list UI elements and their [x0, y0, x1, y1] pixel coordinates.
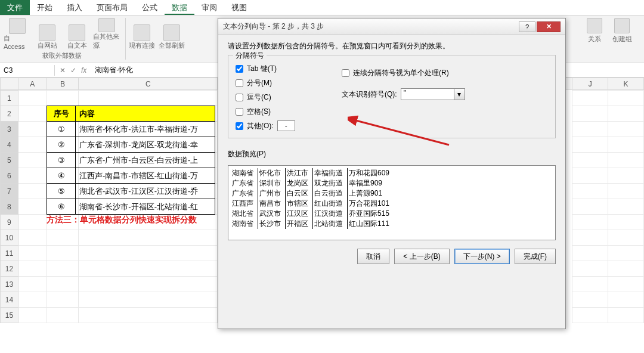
col-B[interactable]: B — [47, 78, 79, 90]
row-header[interactable]: 12 — [1, 261, 18, 277]
tab-data[interactable]: 数据 — [165, 0, 194, 15]
delimiter-legend: 分隔符号 — [233, 51, 267, 61]
btn-from-web[interactable]: 自网站 — [33, 18, 61, 50]
table-row-seq[interactable]: ③ — [47, 153, 76, 168]
row-header[interactable]: 5 — [1, 153, 18, 168]
table-row-content[interactable]: 广东省-深圳市-龙岗区-双龙街道-幸 — [76, 137, 215, 153]
formula-buttons: ✕ ✓ fx — [55, 66, 91, 75]
dialog-title: 文本分列向导 - 第 2 步，共 3 步 — [223, 21, 324, 32]
group-icon — [614, 18, 630, 33]
checkbox-other[interactable] — [236, 122, 243, 130]
accept-formula-icon[interactable]: ✓ — [70, 66, 76, 75]
finish-button[interactable]: 完成(F) — [515, 249, 556, 264]
tab-insert[interactable]: 插入 — [60, 0, 89, 15]
access-icon — [9, 18, 26, 34]
ribbon-group-outline: 关系 创建组 — [578, 16, 644, 63]
delimiter-fieldset: 分隔符号 Tab 键(T) 分号(M) 逗号(C) 空格(S) 其他(O): -… — [228, 55, 556, 138]
col-J[interactable]: J — [572, 78, 608, 90]
data-table: 序号内容 ①湖南省-怀化市-洪江市-幸福街道-万②广东省-深圳市-龙岗区-双龙街… — [47, 106, 215, 215]
dialog-instruction: 请设置分列数据所包含的分隔符号。在预览窗口内可看到分列的效果。 — [228, 41, 556, 51]
checkbox-tab[interactable] — [236, 65, 243, 73]
table-row-content[interactable]: 广东省-广州市-白云区-白云街道-上 — [76, 153, 215, 168]
preview-line: 湖南省怀化市洪江市幸福街道万和花园609 — [232, 168, 552, 178]
qualifier-dropdown-icon[interactable]: ▾ — [454, 88, 465, 100]
label-other: 其他(O): — [247, 121, 274, 131]
preview-line: 湖北省武汉市江汉区江汉街道乔亚国际515 — [232, 209, 552, 219]
table-row-content[interactable]: 江西声-南昌市-市辖区-红山街道-万 — [76, 168, 215, 184]
select-all-corner[interactable] — [1, 78, 18, 90]
tab-layout[interactable]: 页面布局 — [89, 0, 135, 15]
row-header[interactable]: 15 — [1, 308, 18, 323]
header-content: 内容 — [76, 106, 215, 122]
method-label: 方法三：单元格数据分列快速实现拆分数 — [47, 215, 197, 225]
label-semicolon: 分号(M) — [247, 78, 272, 88]
qualifier-select[interactable]: " — [401, 88, 454, 100]
checkbox-consecutive[interactable] — [342, 69, 349, 77]
preview-line: 江西声南昌市市辖区红山街道万合花园101 — [232, 199, 552, 209]
ribbon-group-connections: 现有连接 全部刷新 — [128, 18, 185, 60]
close-button[interactable]: ✕ — [537, 21, 561, 32]
group-caption-external: 获取外部数据 — [42, 51, 82, 60]
cancel-button[interactable]: 取消 — [357, 249, 389, 264]
tab-formula[interactable]: 公式 — [135, 0, 165, 15]
back-button[interactable]: < 上一步(B) — [394, 249, 449, 264]
table-row-seq[interactable]: ④ — [47, 168, 76, 184]
menu-tabs: 文件 开始 插入 页面布局 公式 数据 审阅 视图 — [0, 0, 644, 16]
tab-home[interactable]: 开始 — [30, 0, 60, 15]
preview-line: 广东省广州市白云区白云街道上善源901 — [232, 188, 552, 199]
table-row-seq[interactable]: ② — [47, 137, 76, 153]
preview-line: 广东省深圳市龙岗区双龙街道幸福里909 — [232, 178, 552, 188]
label-tab: Tab 键(T) — [247, 64, 277, 74]
preview-line: 湖南省长沙市开福区北站街道红山国际111 — [232, 219, 552, 229]
row-header[interactable]: 7 — [1, 184, 18, 199]
help-button[interactable]: ? — [519, 21, 535, 32]
name-box[interactable]: C3 — [0, 65, 55, 76]
row-header[interactable]: 14 — [1, 292, 18, 308]
tab-review[interactable]: 审阅 — [194, 0, 224, 15]
label-qualifier: 文本识别符号(Q): — [342, 89, 397, 100]
table-row-seq[interactable]: ⑤ — [47, 184, 76, 199]
table-row-seq[interactable]: ① — [47, 122, 76, 137]
next-button[interactable]: 下一步(N) > — [454, 249, 510, 264]
checkbox-semicolon[interactable] — [236, 79, 243, 87]
preview-label: 数据预览(P) — [228, 149, 556, 159]
btn-from-access[interactable]: 自 Access — [4, 18, 31, 50]
text-to-columns-dialog: 文本分列向导 - 第 2 步，共 3 步 ? ✕ 请设置分列数据所包含的分隔符号… — [218, 18, 566, 329]
row-header[interactable]: 11 — [1, 246, 18, 261]
row-header[interactable]: 1 — [1, 91, 18, 106]
btn-refresh-all[interactable]: 全部刷新 — [158, 18, 185, 50]
btn-relations[interactable]: 关系 — [581, 18, 608, 44]
row-header[interactable]: 6 — [1, 168, 18, 184]
tab-view[interactable]: 视图 — [224, 0, 254, 15]
btn-existing-conn[interactable]: 现有连接 — [128, 18, 156, 50]
label-comma: 逗号(C) — [247, 92, 271, 103]
other-delimiter-input[interactable]: - — [277, 120, 295, 131]
btn-from-other[interactable]: 自其他来源 — [93, 18, 120, 50]
row-header[interactable]: 3 — [1, 122, 18, 137]
fx-icon[interactable]: fx — [81, 66, 86, 75]
row-header[interactable]: 2 — [1, 106, 18, 122]
table-row-seq[interactable]: ⑥ — [47, 199, 76, 215]
dialog-titlebar[interactable]: 文本分列向导 - 第 2 步，共 3 步 ? ✕ — [218, 18, 565, 35]
table-row-content[interactable]: 湖北省-武汉市-江汉区-江汉街道-乔 — [76, 184, 215, 199]
ribbon-group-external: 自 Access 自网站 自文本 自其他来源 获取外部数据 — [4, 18, 120, 60]
table-row-content[interactable]: 湖南省-长沙市-开福区-北站街道-红 — [76, 199, 215, 215]
btn-from-text[interactable]: 自文本 — [63, 18, 91, 50]
row-header[interactable]: 9 — [1, 215, 18, 230]
cancel-formula-icon[interactable]: ✕ — [60, 66, 66, 75]
checkbox-comma[interactable] — [236, 94, 243, 101]
checkbox-space[interactable] — [236, 108, 243, 116]
btn-create-group[interactable]: 创建组 — [608, 18, 636, 44]
connection-icon — [134, 24, 150, 41]
row-header[interactable]: 4 — [1, 137, 18, 153]
row-header[interactable]: 8 — [1, 199, 18, 215]
tab-file[interactable]: 文件 — [0, 0, 30, 15]
col-C[interactable]: C — [79, 78, 218, 90]
row-header[interactable]: 10 — [1, 230, 18, 246]
col-A[interactable]: A — [18, 78, 47, 90]
header-seq: 序号 — [47, 106, 76, 122]
table-row-content[interactable]: 湖南省-怀化市-洪江市-幸福街道-万 — [76, 122, 215, 137]
row-header[interactable]: 13 — [1, 277, 18, 292]
preview-box[interactable]: 湖南省怀化市洪江市幸福街道万和花园609广东省深圳市龙岗区双龙街道幸福里909广… — [228, 165, 556, 240]
col-K[interactable]: K — [608, 78, 644, 90]
